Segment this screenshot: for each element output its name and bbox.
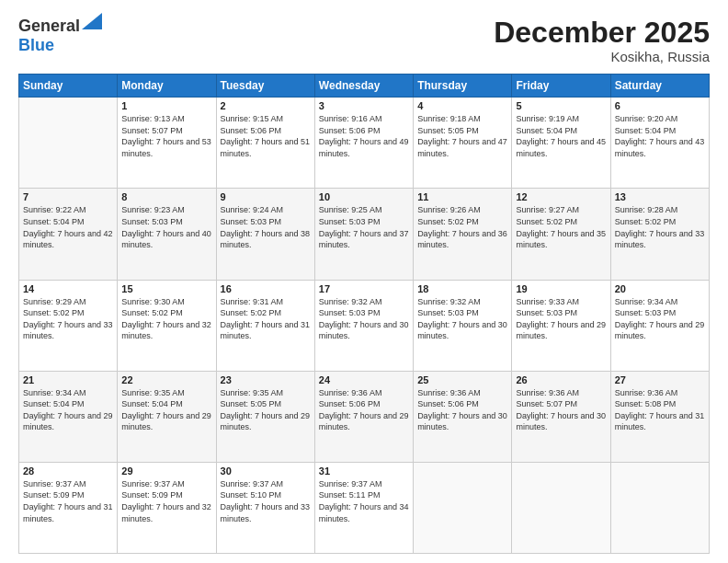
calendar-week-row: 28Sunrise: 9:37 AMSunset: 5:09 PMDayligh… bbox=[19, 462, 710, 553]
logo-general: General bbox=[18, 17, 80, 36]
cell-info: Sunrise: 9:36 AMSunset: 5:08 PMDaylight:… bbox=[615, 387, 705, 433]
table-row: 7Sunrise: 9:22 AMSunset: 5:04 PMDaylight… bbox=[19, 189, 118, 280]
col-saturday: Saturday bbox=[610, 75, 709, 98]
table-row: 11Sunrise: 9:26 AMSunset: 5:02 PMDayligh… bbox=[414, 189, 512, 280]
table-row: 12Sunrise: 9:27 AMSunset: 5:02 PMDayligh… bbox=[512, 189, 610, 280]
calendar-header-row: Sunday Monday Tuesday Wednesday Thursday… bbox=[19, 75, 710, 98]
table-row: 6Sunrise: 9:20 AMSunset: 5:04 PMDaylight… bbox=[610, 98, 709, 189]
day-number: 5 bbox=[516, 100, 606, 111]
cell-info: Sunrise: 9:33 AMSunset: 5:03 PMDaylight:… bbox=[516, 296, 606, 342]
cell-info: Sunrise: 9:34 AMSunset: 5:04 PMDaylight:… bbox=[23, 387, 113, 433]
table-row: 30Sunrise: 9:37 AMSunset: 5:10 PMDayligh… bbox=[216, 462, 314, 553]
table-row: 15Sunrise: 9:30 AMSunset: 5:02 PMDayligh… bbox=[118, 280, 216, 371]
day-number: 15 bbox=[121, 283, 211, 294]
cell-info: Sunrise: 9:20 AMSunset: 5:04 PMDaylight:… bbox=[615, 113, 705, 159]
cell-info: Sunrise: 9:37 AMSunset: 5:09 PMDaylight:… bbox=[121, 478, 211, 524]
logo: General Blue bbox=[18, 17, 102, 55]
table-row: 29Sunrise: 9:37 AMSunset: 5:09 PMDayligh… bbox=[118, 462, 216, 553]
cell-info: Sunrise: 9:36 AMSunset: 5:07 PMDaylight:… bbox=[516, 387, 606, 433]
day-number: 19 bbox=[516, 283, 606, 294]
day-number: 11 bbox=[417, 191, 507, 202]
table-row: 19Sunrise: 9:33 AMSunset: 5:03 PMDayligh… bbox=[512, 280, 610, 371]
day-number: 2 bbox=[221, 100, 311, 111]
cell-info: Sunrise: 9:13 AMSunset: 5:07 PMDaylight:… bbox=[121, 113, 211, 159]
day-number: 1 bbox=[121, 100, 211, 111]
day-number: 20 bbox=[615, 283, 705, 294]
cell-info: Sunrise: 9:19 AMSunset: 5:04 PMDaylight:… bbox=[516, 113, 606, 159]
table-row: 31Sunrise: 9:37 AMSunset: 5:11 PMDayligh… bbox=[314, 462, 413, 553]
col-tuesday: Tuesday bbox=[216, 75, 314, 98]
cell-info: Sunrise: 9:18 AMSunset: 5:05 PMDaylight:… bbox=[417, 113, 507, 159]
table-row: 25Sunrise: 9:36 AMSunset: 5:06 PMDayligh… bbox=[414, 371, 512, 462]
calendar-table: Sunday Monday Tuesday Wednesday Thursday… bbox=[18, 74, 710, 554]
cell-info: Sunrise: 9:37 AMSunset: 5:10 PMDaylight:… bbox=[221, 478, 311, 524]
cell-info: Sunrise: 9:34 AMSunset: 5:03 PMDaylight:… bbox=[615, 296, 705, 342]
header: General Blue December 2025 Kosikha, Russ… bbox=[18, 17, 710, 64]
day-number: 12 bbox=[516, 191, 606, 202]
table-row: 24Sunrise: 9:36 AMSunset: 5:06 PMDayligh… bbox=[314, 371, 413, 462]
table-row bbox=[610, 462, 709, 553]
day-number: 23 bbox=[221, 374, 311, 385]
title-block: December 2025 Kosikha, Russia bbox=[494, 17, 710, 64]
cell-info: Sunrise: 9:30 AMSunset: 5:02 PMDaylight:… bbox=[121, 296, 211, 342]
calendar-week-row: 1Sunrise: 9:13 AMSunset: 5:07 PMDaylight… bbox=[19, 98, 710, 189]
day-number: 17 bbox=[319, 283, 409, 294]
table-row: 23Sunrise: 9:35 AMSunset: 5:05 PMDayligh… bbox=[216, 371, 314, 462]
table-row: 21Sunrise: 9:34 AMSunset: 5:04 PMDayligh… bbox=[19, 371, 118, 462]
table-row: 5Sunrise: 9:19 AMSunset: 5:04 PMDaylight… bbox=[512, 98, 610, 189]
col-monday: Monday bbox=[118, 75, 216, 98]
day-number: 9 bbox=[221, 191, 311, 202]
table-row bbox=[512, 462, 610, 553]
table-row: 13Sunrise: 9:28 AMSunset: 5:02 PMDayligh… bbox=[610, 189, 709, 280]
day-number: 8 bbox=[121, 191, 211, 202]
cell-info: Sunrise: 9:36 AMSunset: 5:06 PMDaylight:… bbox=[417, 387, 507, 433]
day-number: 10 bbox=[319, 191, 409, 202]
day-number: 18 bbox=[417, 283, 507, 294]
day-number: 24 bbox=[319, 374, 409, 385]
page: General Blue December 2025 Kosikha, Russ… bbox=[0, 0, 728, 563]
day-number: 4 bbox=[417, 100, 507, 111]
month-title: December 2025 bbox=[494, 17, 710, 49]
cell-info: Sunrise: 9:35 AMSunset: 5:05 PMDaylight:… bbox=[221, 387, 311, 433]
day-number: 25 bbox=[417, 374, 507, 385]
day-number: 30 bbox=[221, 465, 311, 477]
cell-info: Sunrise: 9:28 AMSunset: 5:02 PMDaylight:… bbox=[615, 204, 705, 250]
col-wednesday: Wednesday bbox=[314, 75, 413, 98]
day-number: 3 bbox=[319, 100, 409, 111]
svg-marker-0 bbox=[82, 13, 102, 29]
table-row: 28Sunrise: 9:37 AMSunset: 5:09 PMDayligh… bbox=[19, 462, 118, 553]
table-row: 22Sunrise: 9:35 AMSunset: 5:04 PMDayligh… bbox=[118, 371, 216, 462]
col-thursday: Thursday bbox=[414, 75, 512, 98]
logo-blue: Blue bbox=[18, 36, 54, 54]
col-friday: Friday bbox=[512, 75, 610, 98]
day-number: 27 bbox=[615, 374, 705, 385]
table-row bbox=[414, 462, 512, 553]
day-number: 28 bbox=[23, 465, 113, 477]
day-number: 29 bbox=[121, 465, 211, 477]
cell-info: Sunrise: 9:25 AMSunset: 5:03 PMDaylight:… bbox=[319, 204, 409, 250]
table-row: 4Sunrise: 9:18 AMSunset: 5:05 PMDaylight… bbox=[414, 98, 512, 189]
table-row: 27Sunrise: 9:36 AMSunset: 5:08 PMDayligh… bbox=[610, 371, 709, 462]
cell-info: Sunrise: 9:16 AMSunset: 5:06 PMDaylight:… bbox=[319, 113, 409, 159]
day-number: 21 bbox=[23, 374, 113, 385]
table-row: 9Sunrise: 9:24 AMSunset: 5:03 PMDaylight… bbox=[216, 189, 314, 280]
cell-info: Sunrise: 9:26 AMSunset: 5:02 PMDaylight:… bbox=[417, 204, 507, 250]
cell-info: Sunrise: 9:36 AMSunset: 5:06 PMDaylight:… bbox=[319, 387, 409, 433]
cell-info: Sunrise: 9:37 AMSunset: 5:09 PMDaylight:… bbox=[23, 478, 113, 524]
location: Kosikha, Russia bbox=[494, 49, 710, 64]
table-row: 26Sunrise: 9:36 AMSunset: 5:07 PMDayligh… bbox=[512, 371, 610, 462]
day-number: 7 bbox=[23, 191, 113, 202]
cell-info: Sunrise: 9:35 AMSunset: 5:04 PMDaylight:… bbox=[121, 387, 211, 433]
table-row: 14Sunrise: 9:29 AMSunset: 5:02 PMDayligh… bbox=[19, 280, 118, 371]
cell-info: Sunrise: 9:32 AMSunset: 5:03 PMDaylight:… bbox=[417, 296, 507, 342]
logo-icon bbox=[82, 13, 102, 29]
cell-info: Sunrise: 9:23 AMSunset: 5:03 PMDaylight:… bbox=[121, 204, 211, 250]
table-row: 10Sunrise: 9:25 AMSunset: 5:03 PMDayligh… bbox=[314, 189, 413, 280]
cell-info: Sunrise: 9:22 AMSunset: 5:04 PMDaylight:… bbox=[23, 204, 113, 250]
table-row: 16Sunrise: 9:31 AMSunset: 5:02 PMDayligh… bbox=[216, 280, 314, 371]
day-number: 6 bbox=[615, 100, 705, 111]
col-sunday: Sunday bbox=[19, 75, 118, 98]
day-number: 26 bbox=[516, 374, 606, 385]
cell-info: Sunrise: 9:32 AMSunset: 5:03 PMDaylight:… bbox=[319, 296, 409, 342]
day-number: 14 bbox=[23, 283, 113, 294]
